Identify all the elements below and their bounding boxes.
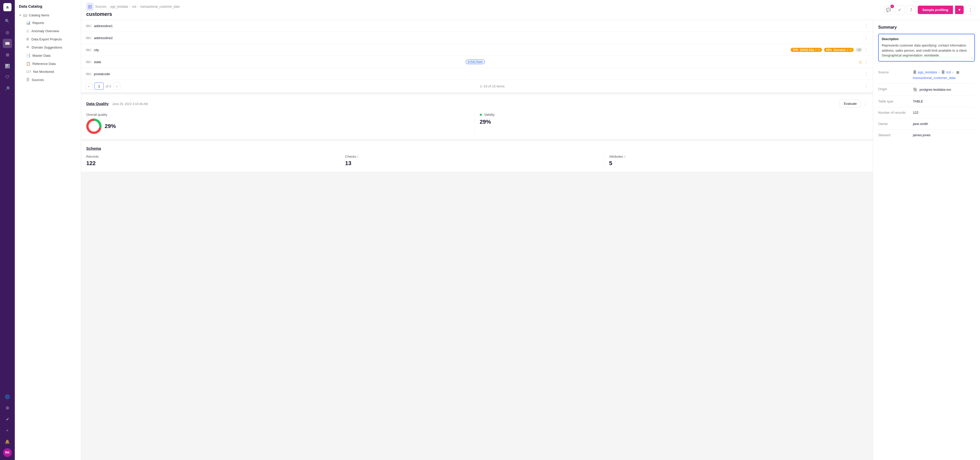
catalog-items-label: Catalog Items bbox=[29, 13, 49, 17]
validity-metric: Validity 29% bbox=[475, 113, 868, 134]
quality-donut-chart bbox=[86, 118, 102, 134]
data-quality-title[interactable]: Data Quality bbox=[86, 101, 109, 106]
breadcrumb-sep-1: › bbox=[108, 5, 109, 8]
sidebar-item-label: Sources bbox=[32, 78, 44, 82]
chart-icon[interactable]: 📊 bbox=[3, 61, 12, 70]
sidebar-item-domain-suggestions[interactable]: 👁 Domain Suggestions bbox=[17, 43, 79, 51]
steward-row: Steward james.jones bbox=[878, 129, 975, 141]
row-menu-button[interactable]: ⋮ bbox=[864, 35, 869, 41]
owner-row: Owner jane.smith bbox=[878, 118, 975, 129]
sidebar-item-reports[interactable]: 📊 Reports bbox=[17, 19, 79, 27]
sidebar-item-label: Reports bbox=[32, 21, 44, 25]
overall-quality-label: Overall quality bbox=[86, 113, 469, 117]
comment-badge: 1 bbox=[891, 5, 894, 8]
catalog-items-section[interactable]: ▼ 📖 Catalog Items bbox=[15, 11, 81, 19]
source-pgs-link[interactable]: pgs_testdata bbox=[918, 70, 937, 74]
sidebar-item-not-monitored[interactable]: 123 Not Monitored bbox=[17, 68, 79, 75]
breadcrumb-tcd[interactable]: tcd bbox=[132, 5, 136, 8]
dq-menu-button[interactable]: ⋮ bbox=[863, 101, 868, 107]
shield-icon[interactable]: 🛡 bbox=[3, 73, 12, 82]
description-text[interactable]: Represents customer data specifying: con… bbox=[882, 43, 971, 58]
sidebar-item-anomaly-overview[interactable]: ⚠ Anomaly Overview bbox=[17, 27, 79, 35]
sidebar-item-sources[interactable]: 🗄 Sources bbox=[17, 76, 79, 83]
task-btn[interactable]: ✓ bbox=[895, 5, 904, 14]
column-name[interactable]: state bbox=[94, 60, 463, 64]
owner-label: Owner bbox=[878, 122, 909, 126]
checks-value: 13 bbox=[345, 160, 598, 167]
checks-label: Checks ℹ bbox=[345, 155, 598, 158]
center-panel: Abc addressline1 ⋮ Abc addressline2 ⋮ Ab… bbox=[81, 20, 873, 460]
sample-profiling-button[interactable]: Sample profiling bbox=[918, 6, 953, 14]
table-type-label: Table type bbox=[878, 99, 909, 103]
check-circle-icon[interactable]: ✔ bbox=[3, 415, 12, 424]
magnify-icon[interactable]: 🔎 bbox=[3, 84, 12, 93]
page-number-input[interactable] bbox=[94, 83, 103, 90]
main-area: ⊞ Sources › pgs_testdata › tcd › transac… bbox=[81, 0, 980, 460]
breadcrumb: ⊞ Sources › pgs_testdata › tcd › transac… bbox=[86, 3, 180, 11]
next-page-button[interactable]: › bbox=[113, 83, 121, 90]
catalog-icon[interactable]: 📖 bbox=[3, 39, 12, 48]
settings-icon[interactable]: ⚙ bbox=[3, 403, 12, 412]
bell-icon[interactable]: 🔔 bbox=[3, 437, 12, 446]
description-label: Description bbox=[882, 37, 971, 41]
sidebar-item-master-data[interactable]: 📑 Master Data bbox=[17, 52, 79, 59]
resize-handle[interactable]: ⤡ bbox=[971, 56, 974, 60]
row-menu-button[interactable]: ⋮ bbox=[864, 23, 869, 29]
more-options-button[interactable]: ⋮ bbox=[966, 5, 975, 14]
book-icon: 📖 bbox=[23, 13, 27, 17]
pagination-menu-button[interactable]: ⋮ bbox=[864, 83, 869, 89]
row-menu-button[interactable]: ⋮ bbox=[864, 71, 869, 77]
sidebar-item-label: Reference Data bbox=[32, 62, 56, 65]
sidebar-item-data-export-projects[interactable]: ⚙ Data Export Projects bbox=[17, 35, 79, 43]
schema-metrics: Records 122 Checks ℹ 13 Attributes ℹ bbox=[86, 155, 868, 167]
data-grid-icon[interactable]: ⊞ bbox=[3, 50, 12, 59]
right-panel: Summary Description Represents customer … bbox=[873, 20, 980, 460]
sidebar-item-label: Master Data bbox=[32, 54, 51, 58]
sources-icon: 🗄 bbox=[26, 78, 30, 82]
share-btn[interactable]: ⤴ bbox=[907, 5, 916, 14]
sidebar-item-reference-data[interactable]: 📋 Reference Data bbox=[17, 60, 79, 67]
row-menu-button[interactable]: ⋮ bbox=[864, 47, 869, 53]
globe-icon[interactable]: 🌐 bbox=[3, 392, 12, 401]
checks-info-icon[interactable]: ℹ bbox=[357, 155, 359, 158]
analytics-icon[interactable]: ◎ bbox=[3, 27, 12, 37]
eye-icon: 👁 bbox=[26, 45, 30, 50]
sample-profiling-dropdown-button[interactable]: ▼ bbox=[955, 6, 964, 14]
sidebar-item-label: Data Export Projects bbox=[32, 37, 62, 41]
tag-65-surname[interactable]: 65% Surname ✓ ✕ bbox=[824, 48, 854, 52]
breadcrumb-pgs-testdata[interactable]: pgs_testdata bbox=[110, 5, 128, 8]
source-transactional-link[interactable]: transactional_customer_data bbox=[913, 76, 956, 80]
avatar[interactable]: RK bbox=[3, 448, 12, 457]
validity-dot bbox=[480, 114, 482, 116]
row-menu-button[interactable]: ⋮ bbox=[864, 59, 869, 65]
sidebar-item-label: Anomaly Overview bbox=[32, 29, 59, 33]
source-tcd-link[interactable]: tcd bbox=[946, 70, 951, 74]
prev-page-button[interactable]: ‹ bbox=[85, 83, 92, 90]
search-icon[interactable]: 🔍 bbox=[3, 16, 12, 26]
tag-more-button[interactable]: +2 bbox=[856, 48, 862, 52]
tag-usa-state[interactable]: [USA] State bbox=[466, 59, 485, 64]
source-label: Source bbox=[878, 70, 909, 74]
plus-icon[interactable]: ＋ bbox=[3, 426, 12, 435]
pagination-row: ‹ of 2 › 1–10 of 15 items ⋮ bbox=[81, 80, 873, 92]
export-icon: ⚙ bbox=[26, 37, 29, 41]
dq-header: Data Quality June 29, 2022 4:16:48 AM Ev… bbox=[86, 100, 868, 108]
comment-btn[interactable]: 💬 1 bbox=[884, 5, 893, 14]
attributes-value: 5 bbox=[609, 160, 862, 167]
attributes-info-icon[interactable]: ℹ bbox=[624, 155, 625, 158]
column-name[interactable]: addressline1 bbox=[94, 24, 862, 28]
dq-title-group: Data Quality June 29, 2022 4:16:48 AM bbox=[86, 101, 148, 106]
chevron-down-icon: ▼ bbox=[19, 14, 21, 17]
column-name[interactable]: postalcode bbox=[94, 72, 862, 76]
breadcrumb-transactional[interactable]: transactional_customer_data bbox=[140, 5, 180, 8]
column-name[interactable]: city bbox=[94, 48, 789, 52]
column-name[interactable]: addressline2 bbox=[94, 36, 862, 40]
evaluate-button[interactable]: Evaluate bbox=[839, 100, 861, 108]
breadcrumb-sources[interactable]: Sources bbox=[95, 5, 107, 8]
schema-title[interactable]: Schema bbox=[86, 146, 868, 150]
sidebar-item-label: Domain Suggestions bbox=[32, 45, 62, 50]
breadcrumb-sep-3: › bbox=[138, 5, 139, 8]
page-title: customers bbox=[86, 11, 180, 17]
master-data-icon: 📑 bbox=[26, 53, 30, 58]
tag-72-city[interactable]: 72% [USA] City ✓ ✕ bbox=[791, 48, 822, 52]
